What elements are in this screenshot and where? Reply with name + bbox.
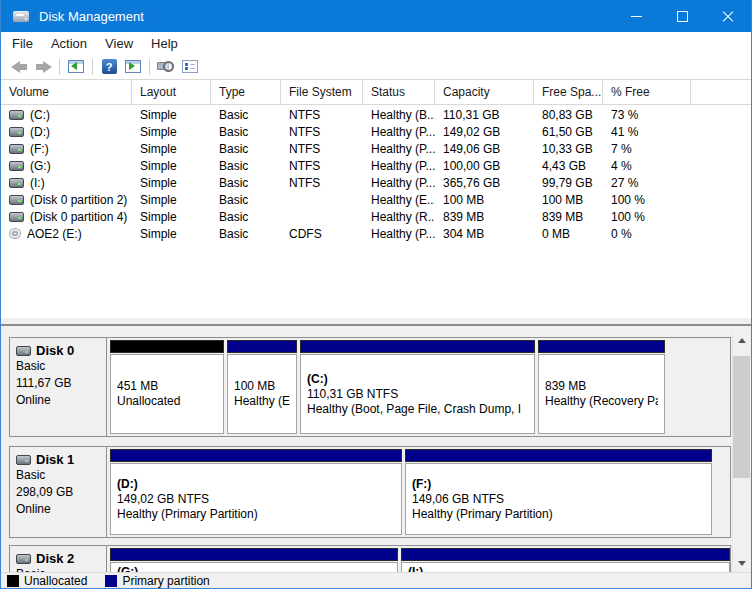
- column-header-file-system[interactable]: File System: [281, 80, 363, 104]
- table-body: (C:)SimpleBasicNTFSHealthy (B...110,31 G…: [1, 105, 751, 242]
- cell-file-system: NTFS: [281, 159, 363, 173]
- menu-view[interactable]: View: [96, 36, 142, 51]
- cell-pct-free: 41 %: [603, 125, 691, 139]
- partition-title: (C:): [307, 372, 528, 387]
- volume-row-g[interactable]: (G:)SimpleBasicNTFSHealthy (P...100,00 G…: [1, 157, 751, 174]
- cell-free-space: 10,33 GB: [534, 142, 603, 156]
- scroll-down-button[interactable]: [733, 555, 750, 572]
- checklist-icon: [182, 60, 198, 73]
- column-header-filler: [691, 80, 751, 104]
- column-header-volume[interactable]: Volume: [1, 80, 132, 104]
- properties-button[interactable]: [155, 56, 177, 78]
- volume-row-disk-0-partition-2[interactable]: (Disk 0 partition 2)SimpleBasicHealthy (…: [1, 191, 751, 208]
- disk-header-disk-0[interactable]: Disk 0Basic111,67 GBOnline: [10, 338, 107, 436]
- pane-splitter[interactable]: [1, 318, 751, 326]
- partition-primary[interactable]: 839 MBHealthy (Recovery Pa: [538, 340, 665, 434]
- partition-info: (I:): [401, 562, 730, 572]
- display-options-button[interactable]: [179, 56, 201, 78]
- partition-detail: 149,02 GB NTFS: [117, 492, 395, 507]
- partition-area: (G:)(I:): [107, 546, 730, 572]
- column-header-capacity[interactable]: Capacity: [435, 80, 534, 104]
- menu-action[interactable]: Action: [42, 36, 96, 51]
- disk-name-text: Disk 2: [36, 551, 74, 566]
- partition-c[interactable]: (C:)110,31 GB NTFSHealthy (Boot, Page Fi…: [300, 340, 535, 434]
- volume-cell: (C:): [1, 108, 132, 122]
- volume-row-f[interactable]: (F:)SimpleBasicNTFSHealthy (P...149,06 G…: [1, 140, 751, 157]
- scrollbar-thumb[interactable]: [733, 356, 750, 478]
- show-action-pane-button[interactable]: [122, 56, 144, 78]
- cell-free-space: 839 MB: [534, 210, 603, 224]
- partition-f[interactable]: (F:)149,06 GB NTFSHealthy (Primary Parti…: [405, 449, 712, 535]
- vertical-scrollbar[interactable]: [732, 332, 750, 572]
- volume-cell: (Disk 0 partition 4): [1, 210, 132, 224]
- volume-name: (I:): [30, 176, 45, 190]
- cell-free-space: 99,79 GB: [534, 176, 603, 190]
- cell-pct-free: 0 %: [603, 227, 691, 241]
- volume-row-aoe2-e[interactable]: AOE2 (E:)SimpleBasicCDFSHealthy (P...304…: [1, 225, 751, 242]
- cell-file-system: NTFS: [281, 176, 363, 190]
- cell-pct-free: 100 %: [603, 193, 691, 207]
- partition-i[interactable]: (I:): [401, 548, 730, 572]
- cell-type: Basic: [211, 193, 281, 207]
- partition-primary[interactable]: 100 MBHealthy (EFI S: [227, 340, 297, 434]
- volume-row-c[interactable]: (C:)SimpleBasicNTFSHealthy (B...110,31 G…: [1, 106, 751, 123]
- volume-row-disk-0-partition-4[interactable]: (Disk 0 partition 4)SimpleBasicHealthy (…: [1, 208, 751, 225]
- disk-header-disk-2[interactable]: Disk 2Basic: [10, 546, 107, 572]
- column-header-free-spa[interactable]: Free Spa...: [534, 80, 603, 104]
- title-bar: Disk Management: [1, 0, 751, 32]
- drive-icon: [9, 212, 24, 222]
- partition-unallocated[interactable]: 451 MBUnallocated: [110, 340, 224, 434]
- cell-type: Basic: [211, 210, 281, 224]
- show-console-tree-button[interactable]: [65, 56, 87, 78]
- partition-title: (D:): [117, 477, 395, 492]
- drive-icon: [9, 110, 24, 120]
- partition-color-bar: [110, 340, 224, 353]
- disk-name: Disk 0: [16, 343, 106, 358]
- minimize-button[interactable]: [613, 0, 659, 32]
- partition-info: 839 MBHealthy (Recovery Pa: [538, 354, 665, 434]
- volume-row-d[interactable]: (D:)SimpleBasicNTFSHealthy (P...149,02 G…: [1, 123, 751, 140]
- volume-cell: (F:): [1, 142, 132, 156]
- partition-detail: 451 MB: [117, 379, 217, 394]
- cell-type: Basic: [211, 227, 281, 241]
- partition-detail: 149,06 GB NTFS: [412, 492, 705, 507]
- column-header-status[interactable]: Status: [363, 80, 435, 104]
- partition-detail: 100 MB: [234, 379, 290, 394]
- partition-d[interactable]: (D:)149,02 GB NTFSHealthy (Primary Parti…: [110, 449, 402, 535]
- scroll-up-button[interactable]: [733, 332, 750, 349]
- cell-capacity: 100 MB: [435, 193, 534, 207]
- back-button[interactable]: [8, 56, 30, 78]
- disk-row-disk-0: Disk 0Basic111,67 GBOnline451 MBUnalloca…: [9, 337, 731, 437]
- partition-g[interactable]: (G:): [110, 548, 398, 572]
- column-header-layout[interactable]: Layout: [132, 80, 211, 104]
- graphical-view-pane: Disk 0Basic111,67 GBOnline451 MBUnalloca…: [1, 326, 751, 572]
- cell-type: Basic: [211, 142, 281, 156]
- menu-help[interactable]: Help: [142, 36, 187, 51]
- partition-detail: Unallocated: [117, 394, 217, 409]
- disk-header-disk-1[interactable]: Disk 1Basic298,09 GBOnline: [10, 447, 107, 537]
- action-pane-icon: [125, 60, 141, 73]
- partition-color-bar: [300, 340, 535, 353]
- legend-item-unallocated: Unallocated: [7, 574, 87, 588]
- disk-kind: Basic: [16, 358, 106, 375]
- partition-area: 451 MBUnallocated100 MBHealthy (EFI S(C:…: [107, 338, 730, 436]
- forward-button[interactable]: [32, 56, 54, 78]
- disk-kind: Basic: [16, 467, 106, 484]
- cell-pct-free: 100 %: [603, 210, 691, 224]
- maximize-button[interactable]: [659, 0, 705, 32]
- cell-free-space: 61,50 GB: [534, 125, 603, 139]
- help-button[interactable]: ?: [98, 56, 120, 78]
- column-header-type[interactable]: Type: [211, 80, 281, 104]
- close-button[interactable]: [705, 0, 751, 32]
- disk-icon: [16, 455, 31, 465]
- column-header-free[interactable]: % Free: [603, 80, 691, 104]
- partition-info: 100 MBHealthy (EFI S: [227, 354, 297, 434]
- volume-row-i[interactable]: (I:)SimpleBasicNTFSHealthy (P...365,76 G…: [1, 174, 751, 191]
- menu-file[interactable]: File: [3, 36, 42, 51]
- partition-color-bar: [405, 449, 712, 462]
- toolbar-separator: [92, 59, 93, 75]
- disk-name-text: Disk 1: [36, 452, 74, 467]
- cell-status: Healthy (P...: [363, 176, 435, 190]
- partition-title: (F:): [412, 477, 705, 492]
- partition-color-bar: [110, 548, 398, 561]
